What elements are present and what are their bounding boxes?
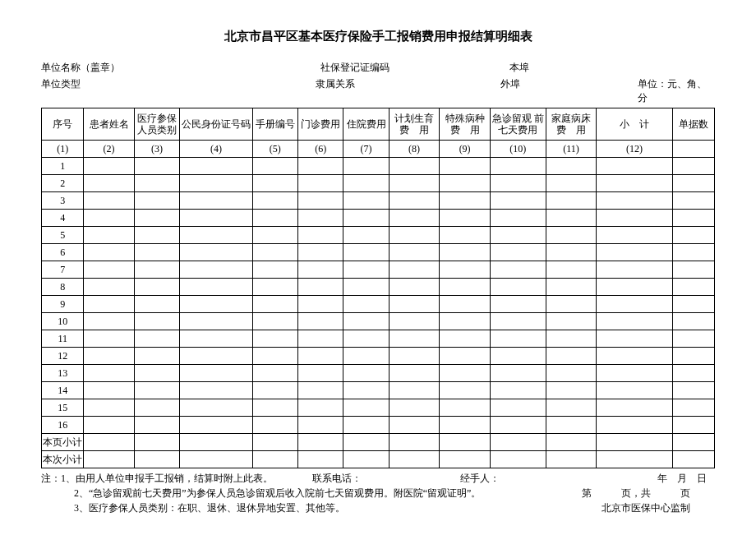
data-cell: [546, 348, 597, 365]
data-cell: [440, 399, 491, 417]
data-cell: [84, 313, 135, 330]
data-cell: [440, 382, 491, 399]
data-cell: [84, 210, 135, 227]
data-cell: [440, 158, 491, 175]
data-cell: [134, 210, 179, 227]
data-cell: [440, 210, 491, 227]
data-cell: [180, 348, 252, 365]
data-cell: [490, 399, 546, 417]
colnum-cell: (2): [84, 141, 135, 158]
row-seq-cell: 13: [42, 365, 84, 382]
row-seq-cell: 16: [42, 417, 84, 434]
data-cell: [343, 192, 389, 210]
data-cell: [546, 330, 597, 348]
info-row-1: 单位名称（盖章） 社保登记证编码 本埠: [41, 61, 715, 75]
table-row: 13: [42, 365, 715, 382]
data-cell: [490, 330, 546, 348]
data-cell: [297, 399, 343, 417]
data-cell: [343, 365, 389, 382]
note-2: 2、“急诊留观前七天费用”为参保人员急诊留观后收入院前七天留观费用。附医院“留观…: [41, 486, 481, 500]
colnum-cell: (5): [252, 141, 297, 158]
data-cell: [252, 244, 297, 261]
data-cell: [343, 399, 389, 417]
data-cell: [297, 227, 343, 244]
detail-table: 序号 患者姓名 医疗参保 人员类别 公民身份证号码 手册编号 门诊费用 住院费用…: [41, 108, 715, 468]
data-cell: [252, 330, 297, 348]
data-cell: [180, 192, 252, 210]
data-cell: [389, 348, 440, 365]
data-cell: [546, 296, 597, 313]
note-3: 3、医疗参保人员类别：在职、退休、退休异地安置、其他等。: [41, 500, 345, 515]
data-cell: [180, 417, 252, 434]
data-cell: [597, 175, 672, 192]
data-cell: [440, 330, 491, 348]
page-subtotal-row: 本页小计: [42, 434, 715, 451]
data-cell: [440, 348, 491, 365]
data-cell: [84, 417, 135, 434]
hdr-seq: 序号: [42, 108, 84, 141]
data-cell: [84, 296, 135, 313]
colnum-cell: (1): [42, 141, 84, 158]
data-cell: [252, 158, 297, 175]
this-subtotal-row: 本次小计: [42, 451, 715, 468]
data-cell: [546, 417, 597, 434]
data-cell: [343, 313, 389, 330]
data-cell: [343, 227, 389, 244]
data-cell: [297, 296, 343, 313]
data-cell: [672, 399, 714, 417]
data-cell: [297, 313, 343, 330]
data-cell: [490, 382, 546, 399]
data-cell: [597, 227, 672, 244]
data-cell: [546, 261, 597, 279]
table-row: 16: [42, 417, 715, 434]
table-row: 3: [42, 192, 715, 210]
data-cell: [440, 175, 491, 192]
data-cell: [672, 279, 714, 296]
data-cell: [672, 158, 714, 175]
data-cell: [440, 279, 491, 296]
colnum-cell: [672, 141, 714, 158]
hdr-out: 门诊费用: [297, 108, 343, 141]
data-cell: [490, 261, 546, 279]
data-cell: [84, 279, 135, 296]
data-cell: [297, 261, 343, 279]
data-cell: [389, 227, 440, 244]
data-cell: [180, 279, 252, 296]
data-cell: [597, 192, 672, 210]
data-cell: [440, 227, 491, 244]
hdr-in: 住院费用: [343, 108, 389, 141]
data-cell: [84, 348, 135, 365]
data-cell: [389, 261, 440, 279]
data-cell: [597, 417, 672, 434]
data-cell: [180, 382, 252, 399]
data-cell: [84, 365, 135, 382]
data-cell: [597, 158, 672, 175]
data-cell: [134, 296, 179, 313]
table-row: 15: [42, 399, 715, 417]
data-cell: [343, 330, 389, 348]
data-cell: [597, 313, 672, 330]
data-cell: [297, 210, 343, 227]
data-cell: [343, 261, 389, 279]
data-cell: [672, 244, 714, 261]
data-cell: [440, 261, 491, 279]
data-cell: [252, 382, 297, 399]
data-cell: [134, 382, 179, 399]
header-row: 序号 患者姓名 医疗参保 人员类别 公民身份证号码 手册编号 门诊费用 住院费用…: [42, 108, 715, 141]
table-row: 1: [42, 158, 715, 175]
data-cell: [389, 244, 440, 261]
data-cell: [490, 348, 546, 365]
data-cell: [597, 210, 672, 227]
data-cell: [252, 313, 297, 330]
row-seq-cell: 12: [42, 348, 84, 365]
data-cell: [672, 313, 714, 330]
data-cell: [134, 348, 179, 365]
data-cell: [297, 382, 343, 399]
data-cell: [672, 365, 714, 382]
hdr-spec: 特殊病种 费 用: [440, 108, 491, 141]
data-cell: [389, 399, 440, 417]
data-cell: [389, 158, 440, 175]
data-cell: [672, 261, 714, 279]
data-cell: [672, 227, 714, 244]
hdr-plan: 计划生育 费 用: [389, 108, 440, 141]
